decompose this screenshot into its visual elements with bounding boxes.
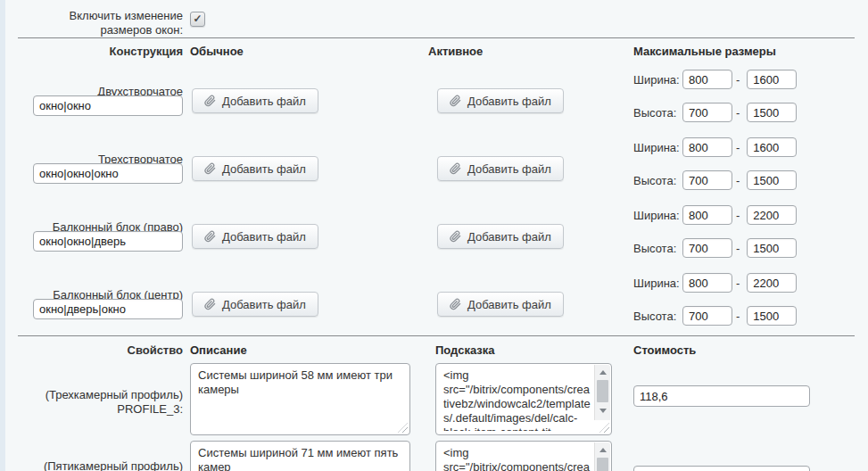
property-name: (Трехкамерный профиль) PROFILE_3: bbox=[18, 388, 183, 417]
height-range: Высота: - bbox=[633, 306, 797, 326]
height-min-input[interactable] bbox=[682, 238, 732, 258]
width-range: Ширина: - bbox=[633, 273, 797, 293]
description-text: Системы шириной 71 мм имеют пять камер bbox=[198, 446, 402, 471]
property-name-line1: (Трехкамерный профиль) bbox=[18, 388, 183, 402]
scrollbar-thumb[interactable] bbox=[597, 380, 608, 402]
header-normal: Обычное bbox=[190, 45, 244, 58]
hint-text: <img src="/bitrix/components/creativebz/… bbox=[443, 368, 592, 431]
add-file-button-active[interactable]: Добавить файл bbox=[437, 224, 564, 249]
header-active: Активное bbox=[428, 45, 483, 58]
description-box[interactable]: Системы шириной 58 мм имеют три камеры bbox=[190, 363, 410, 435]
construction-row: Балконный блок (право) Добавить файл Доб… bbox=[0, 205, 868, 273]
scroll-up-icon bbox=[599, 370, 607, 375]
width-label: Ширина: bbox=[633, 209, 679, 222]
scrollbar-thumb[interactable] bbox=[597, 458, 608, 471]
paperclip-icon bbox=[450, 95, 461, 107]
range-dash: - bbox=[736, 209, 740, 222]
height-min-input[interactable] bbox=[682, 170, 732, 190]
width-min-input[interactable] bbox=[682, 137, 732, 157]
width-min-input[interactable] bbox=[682, 205, 732, 225]
paperclip-icon bbox=[204, 162, 216, 175]
header-max-sizes: Максимальные размеры bbox=[633, 45, 776, 58]
scroll-up-button[interactable] bbox=[595, 443, 610, 457]
construction-layout-input[interactable] bbox=[33, 95, 183, 116]
add-file-button-active[interactable]: Добавить файл bbox=[437, 156, 564, 181]
width-label: Ширина: bbox=[633, 73, 679, 87]
hint-text: <img src="/bitrix/components/creativebz/… bbox=[443, 446, 592, 471]
paperclip-icon bbox=[204, 95, 216, 107]
width-min-input[interactable] bbox=[682, 70, 732, 89]
property-name-line1: (Пятикамерный профиль) bbox=[18, 459, 183, 471]
width-max-input[interactable] bbox=[747, 70, 797, 89]
add-file-button-normal[interactable]: Добавить файл bbox=[192, 88, 318, 113]
height-range: Высота: - bbox=[633, 170, 797, 190]
add-file-button-normal[interactable]: Добавить файл bbox=[192, 156, 318, 181]
add-file-button-normal[interactable]: Добавить файл bbox=[192, 292, 318, 317]
width-max-input[interactable] bbox=[747, 273, 797, 293]
paperclip-icon bbox=[204, 298, 216, 310]
construction-row: Трехстворчатое Добавить файл Добавить фа… bbox=[0, 137, 868, 205]
construction-layout-input[interactable] bbox=[33, 231, 183, 252]
range-dash: - bbox=[736, 174, 740, 187]
property-row: (Пятикамерный профиль) Системы шириной 7… bbox=[0, 441, 868, 471]
scrollbar[interactable] bbox=[594, 365, 610, 420]
paperclip-icon bbox=[450, 162, 461, 175]
height-min-input[interactable] bbox=[682, 306, 732, 326]
header-cost: Стоимость bbox=[633, 343, 696, 357]
width-range: Ширина: - bbox=[633, 70, 797, 89]
property-row: (Трехкамерный профиль) PROFILE_3: Систем… bbox=[0, 363, 868, 441]
height-min-input[interactable] bbox=[682, 103, 732, 122]
height-label: Высота: bbox=[633, 310, 679, 323]
paperclip-icon bbox=[450, 230, 461, 243]
add-file-label: Добавить файл bbox=[222, 162, 306, 176]
cost-input[interactable] bbox=[633, 466, 810, 471]
height-label: Высота: bbox=[633, 174, 679, 187]
construction-layout-input[interactable] bbox=[33, 163, 183, 184]
header-hint: Подсказка bbox=[435, 343, 495, 357]
range-dash: - bbox=[736, 242, 740, 255]
width-max-input[interactable] bbox=[747, 137, 797, 157]
scroll-up-icon bbox=[599, 448, 607, 452]
add-file-label: Добавить файл bbox=[467, 298, 551, 311]
range-dash: - bbox=[736, 73, 740, 87]
header-construction: Конструкция bbox=[18, 45, 183, 59]
height-max-input[interactable] bbox=[747, 306, 797, 326]
checkmark-icon: ✓ bbox=[193, 12, 202, 25]
width-label: Ширина: bbox=[633, 277, 679, 290]
add-file-button-active[interactable]: Добавить файл bbox=[437, 88, 564, 113]
scroll-up-button[interactable] bbox=[595, 366, 610, 379]
property-name: (Пятикамерный профиль) bbox=[18, 459, 183, 471]
add-file-label: Добавить файл bbox=[222, 230, 306, 244]
range-dash: - bbox=[736, 106, 740, 120]
section-divider bbox=[18, 37, 855, 38]
resize-grip[interactable] bbox=[599, 423, 609, 433]
property-name-line2: PROFILE_3: bbox=[18, 402, 183, 417]
hint-box[interactable]: <img src="/bitrix/components/creativebz/… bbox=[435, 363, 612, 435]
cost-input[interactable] bbox=[633, 385, 810, 407]
width-label: Ширина: bbox=[633, 141, 679, 154]
add-file-label: Добавить файл bbox=[222, 95, 306, 108]
scroll-down-button[interactable] bbox=[595, 404, 610, 417]
construction-layout-input[interactable] bbox=[33, 299, 183, 319]
section-divider bbox=[18, 335, 855, 336]
description-box[interactable]: Системы шириной 71 мм имеют пять камер bbox=[190, 441, 410, 471]
add-file-button-normal[interactable]: Добавить файл bbox=[192, 224, 318, 249]
add-file-button-active[interactable]: Добавить файл bbox=[437, 292, 564, 317]
hint-box[interactable]: <img src="/bitrix/components/creativebz/… bbox=[435, 441, 612, 471]
width-max-input[interactable] bbox=[747, 205, 797, 225]
paperclip-icon bbox=[450, 298, 461, 310]
height-label: Высота: bbox=[633, 242, 679, 255]
width-min-input[interactable] bbox=[682, 273, 732, 293]
header-description: Описание bbox=[190, 343, 247, 357]
add-file-label: Добавить файл bbox=[467, 230, 551, 244]
height-max-input[interactable] bbox=[747, 103, 797, 122]
height-label: Высота: bbox=[633, 106, 679, 120]
resize-toggle-label: Включить изменение размеров окон: bbox=[18, 9, 183, 37]
height-max-input[interactable] bbox=[747, 238, 797, 258]
description-text: Системы шириной 58 мм имеют три камеры bbox=[198, 368, 402, 431]
scrollbar[interactable] bbox=[594, 442, 610, 471]
resize-toggle-checkbox[interactable]: ✓ bbox=[190, 12, 205, 27]
height-range: Высота: - bbox=[633, 103, 797, 122]
height-max-input[interactable] bbox=[747, 170, 797, 190]
scroll-down-icon bbox=[599, 409, 607, 413]
